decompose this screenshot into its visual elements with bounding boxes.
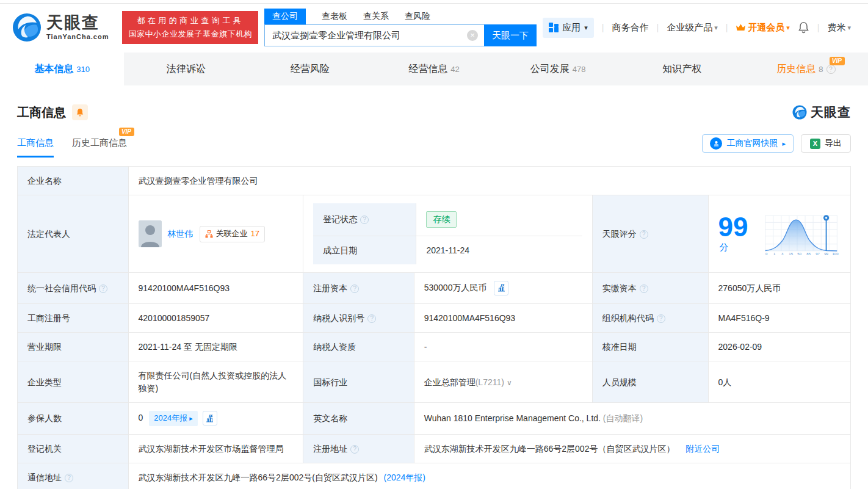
svg-text:85: 85	[806, 252, 811, 256]
field-label: 实缴资本?	[592, 272, 708, 303]
table-row: 企业类型 有限责任公司(自然人投资或控股的法人独资) 国标行业 企业总部管理(L…	[18, 361, 851, 403]
nav-business-coop[interactable]: 商务合作	[612, 22, 648, 34]
svg-text:50: 50	[797, 252, 801, 256]
search-button[interactable]: 天眼一下	[484, 24, 537, 46]
main-content: 工商信息 天眼查 工商信息 VIP 历史工商信息	[0, 104, 868, 489]
stamp-icon	[710, 137, 722, 150]
nav-user-menu[interactable]: 费米 ▾	[827, 22, 851, 34]
svg-text:100: 100	[833, 252, 839, 256]
field-label: 统一社会信用代码?	[18, 272, 129, 303]
subscribe-bell-button[interactable]	[72, 104, 88, 120]
svg-text:0: 0	[765, 252, 768, 256]
help-icon[interactable]: ?	[350, 445, 359, 454]
field-label: 英文名称	[303, 403, 414, 435]
tab-legal-litigation[interactable]: 法律诉讼	[124, 53, 248, 85]
table-row: 工商注册号 420100001859057 纳税人识别号? 91420100MA…	[18, 303, 851, 332]
help-icon[interactable]: ?	[367, 314, 376, 323]
field-label: 营业期限	[18, 333, 129, 361]
caret-down-icon: ▾	[714, 24, 718, 32]
official-snapshot-button[interactable]: 工商官网快照 ▸	[702, 134, 794, 153]
svg-text:97: 97	[816, 252, 820, 256]
table-row: 营业期限 2021-11-24 至 无固定期限 纳税人资质 - 核准日期 202…	[18, 333, 851, 361]
taxpayer-quality-value: -	[414, 333, 592, 361]
insured-history-chart-button[interactable]	[203, 411, 217, 426]
clear-search-icon[interactable]: ×	[467, 30, 478, 41]
header: 天眼查 TianYanCha.com 都在用的商业查询工具 国家中小企业发展子基…	[0, 4, 868, 53]
nearby-companies-link[interactable]: 附近公司	[685, 444, 720, 454]
tianyancha-eye-icon	[792, 105, 807, 120]
table-row: 通信地址? 武汉东湖新技术开发区九峰一路66号2层002号(自贸区武汉片区) (…	[18, 463, 851, 489]
legal-rep-photo[interactable]	[139, 220, 162, 247]
chevron-down-icon[interactable]: ∨	[507, 379, 512, 387]
annual-report-badge[interactable]: 2024年报▸	[149, 411, 197, 426]
capital-history-chart-button[interactable]	[494, 281, 508, 295]
field-label: 企业名称	[18, 167, 129, 195]
search-tab-boss[interactable]: 查老板	[322, 9, 347, 24]
divider: |	[602, 23, 604, 32]
tyc-score: 99分	[718, 211, 841, 257]
export-button[interactable]: X 导出	[801, 134, 851, 153]
field-label: 注册地址?	[303, 434, 414, 463]
reg-capital-value: 530000万人民币	[424, 283, 487, 292]
vip-badge: VIP	[830, 57, 845, 65]
search-tab-risk[interactable]: 查风险	[405, 9, 430, 24]
top-nav: 应用 ▾ | 商务合作 | 企业级产品 ▾ | 开通会员 ▾ | 费米 ▾	[543, 18, 851, 38]
credit-code-value: 91420100MA4F516Q93	[128, 272, 303, 303]
help-icon[interactable]: ?	[360, 216, 369, 224]
related-companies-badge[interactable]: 关联企业 17	[200, 226, 265, 242]
field-label: 通信地址?	[18, 463, 129, 489]
field-label: 成立日期	[313, 236, 416, 264]
svg-text:1: 1	[773, 252, 776, 256]
status-badge: 存续	[426, 211, 457, 227]
svg-text:15: 15	[789, 252, 793, 256]
business-info-table: 企业名称 武汉壹捌壹零企业管理有限公司 法定代表人 林世伟	[17, 166, 851, 489]
company-name-value: 武汉壹捌壹零企业管理有限公司	[128, 167, 850, 195]
staff-size-value: 0人	[708, 361, 850, 403]
annual-report-link[interactable]: (2024年报)	[383, 473, 425, 482]
help-icon[interactable]: ?	[826, 65, 836, 74]
tab-company-development[interactable]: 公司发展 478	[496, 53, 620, 85]
search-input[interactable]	[264, 24, 484, 46]
caret-down-icon: ▾	[786, 24, 790, 32]
english-name-value: Wuhan 1810 Enterprise Management Co., Lt…	[424, 413, 601, 423]
help-icon[interactable]: ?	[657, 314, 665, 323]
caret-right-icon: ▸	[782, 140, 786, 148]
help-icon[interactable]: ?	[640, 230, 648, 239]
svg-text:3: 3	[781, 252, 784, 256]
caret-down-icon: ▾	[847, 24, 851, 32]
company-type-value: 有限责任公司(自然人投资或控股的法人独资)	[128, 361, 303, 403]
caret-right-icon: ▸	[189, 414, 193, 424]
excel-icon: X	[810, 139, 820, 149]
help-icon[interactable]: ?	[65, 474, 73, 482]
tab-basic-info[interactable]: 基本信息 310	[0, 53, 124, 85]
page-tab-bar: 基本信息 310 法律诉讼 经营风险 经营信息 42 公司发展 478 知识产权…	[0, 53, 868, 85]
tab-intellectual-property[interactable]: 知识产权	[620, 53, 744, 85]
approval-date-value: 2026-02-09	[708, 333, 850, 361]
subtab-business-info[interactable]: 工商信息	[17, 137, 54, 158]
nav-open-vip[interactable]: 开通会员 ▾	[736, 22, 790, 34]
tab-history-info[interactable]: VIP 历史信息 8 ?	[744, 53, 868, 85]
tab-operation-info[interactable]: 经营信息 42	[372, 53, 496, 85]
nav-enterprise-products[interactable]: 企业级产品 ▾	[667, 22, 718, 34]
field-label: 人员规模	[592, 361, 708, 403]
subtab-history-business-info[interactable]: VIP 历史工商信息	[72, 137, 127, 158]
tianyancha-logo[interactable]: 天眼查 TianYanCha.com	[12, 13, 109, 42]
field-label: 核准日期	[592, 333, 708, 361]
field-label: 工商注册号	[18, 303, 129, 332]
mail-address-value: 武汉东湖新技术开发区九峰一路66号2层002号(自贸区武汉片区)	[139, 473, 378, 482]
table-row: 统一社会信用代码? 91420100MA4F516Q93 注册资本? 53000…	[18, 272, 851, 303]
notification-bell-icon[interactable]	[798, 21, 809, 34]
watermark-logo: 天眼查	[792, 104, 851, 121]
help-icon[interactable]: ?	[350, 284, 359, 293]
industry-code: (L7211)	[476, 377, 504, 387]
search-tab-relation[interactable]: 查关系	[363, 9, 389, 24]
bell-icon	[76, 108, 84, 117]
tab-operation-risk[interactable]: 经营风险	[248, 53, 372, 85]
field-label: 法定代表人	[18, 195, 129, 273]
help-icon[interactable]: ?	[640, 284, 648, 293]
apps-menu[interactable]: 应用 ▾	[543, 18, 594, 38]
brand-name: 天眼查	[46, 15, 109, 31]
help-icon[interactable]: ?	[99, 284, 107, 293]
legal-rep-name-link[interactable]: 林世伟	[168, 228, 193, 240]
search-tab-company[interactable]: 查公司	[264, 9, 306, 24]
